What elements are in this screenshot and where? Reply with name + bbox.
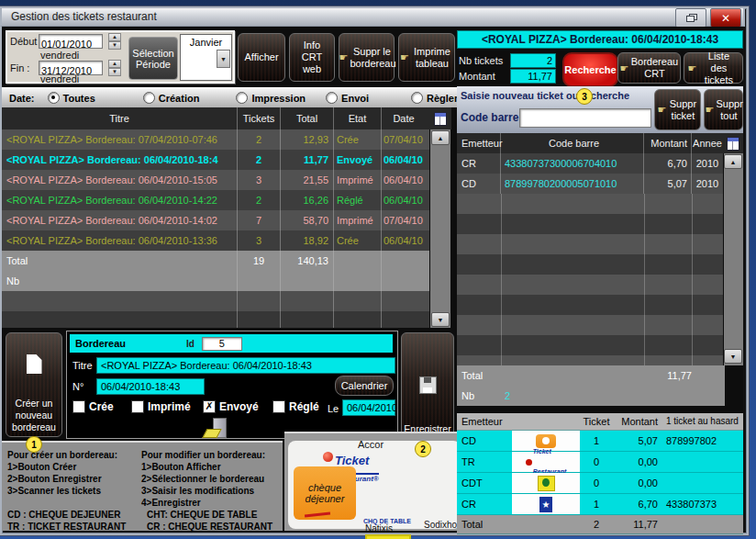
radio-icon[interactable] [326,92,338,104]
help-line: Pour modifier un bordereau: [141,449,265,461]
checkbox-regle[interactable]: Réglé [272,400,319,413]
scroll-up-button[interactable]: ▲ [724,154,742,169]
checkbox-imprime[interactable]: Imprimé [131,400,191,413]
selection-periode-button[interactable]: Sélection Période [128,37,178,80]
imprime-tableau-button[interactable]: ☛Imprime tableau [398,33,455,82]
summary-total-row: Total 2 11,77 [457,515,743,534]
code-barre-input[interactable] [519,108,651,128]
up-arrow-icon[interactable]: ▲ [108,60,121,68]
table-row[interactable]: <ROYAL PIZZA> Bordereau: 06/04/2010-14:2… [2,190,429,210]
nb-tickets-label: Nb tickets [459,55,503,66]
table-row-selected[interactable]: <ROYAL PIZZA> Bordereau: 06/04/2010-18:4… [2,150,429,170]
enregistrer-button[interactable]: Enregistrer [401,332,454,439]
checkbox-icon[interactable] [72,400,85,413]
new-document-icon [27,354,42,374]
summary-row-cd[interactable]: CD 1 5,07 878997802 [457,431,743,452]
radio-icon[interactable] [143,92,155,104]
summary-row-tr[interactable]: TR TicketRestaurant 0 0,00 [457,452,743,473]
checkbox-cree[interactable]: Crée [72,400,114,413]
radio-icon[interactable] [236,92,248,104]
down-arrow-icon[interactable]: ▼ [108,68,121,76]
tickets-nb-row: Nb 2 [457,386,725,406]
checkbox-icon[interactable] [131,400,144,413]
screen: Gestion des tickets restaurant ✕ Début ▲… [0,0,756,539]
scroll-down-button[interactable]: ▼ [431,312,450,327]
restore-window-button[interactable] [675,8,706,28]
titre-field[interactable]: <ROYAL PIZZA> Bordereau: 06/04/2010-18:4… [96,357,395,374]
code-barre-label: Code barre [461,111,518,124]
debut-label: Début [10,36,37,47]
natixis-label: Natixis [365,523,393,533]
form-header-strip: Bordereau Id [70,334,393,353]
debut-date-stepper[interactable]: ▲▼ [108,33,121,49]
info-crt-web-button[interactable]: Info CRT web [289,33,335,82]
hand-icon: ☛ [658,104,667,116]
help-code-line: CHT: CHEQUE DE TABLE [147,509,257,521]
filter-option-envoi[interactable]: Envoi [326,92,369,104]
checkbox-envoye[interactable]: ✗Envoyé [203,400,259,413]
hand-icon: ☛ [688,62,697,74]
cheque-restaurant-mini-logo: ★ [539,497,552,512]
accor-label: Accor [358,439,384,450]
fin-date-stepper[interactable]: ▲▼ [108,60,121,75]
period-panel: Début ▲▼ vendredi Fin : ▲▼ vendredi Séle… [6,30,235,84]
sodixho-label: Sodixho [424,520,457,530]
montant-value: 11,77 [510,69,556,84]
total-row: Total19140,13 [2,251,429,271]
help-line: 2>Bouton Enregistrer [7,473,102,485]
summary-row-cr[interactable]: CR ★ 1 6,70 433807373 [457,494,743,515]
summary-row-cdt[interactable]: CDT 0 0,00 [457,473,743,494]
bordereaux-scrollbar[interactable] [430,129,450,328]
le-date-field[interactable]: 06/04/2010 [342,399,395,416]
bordereau-crt-button[interactable]: ☛Bordereau CRT [617,52,681,84]
step-badge-2: 2 [415,441,431,457]
table-row[interactable]: CD 87899780200005071010 5,07 2010 [457,174,723,194]
liste-tickets-button[interactable]: ☛Liste des tickets [684,52,743,84]
table-row[interactable]: <ROYAL PIZZA> Bordereau: 06/04/2010-15:0… [2,170,429,190]
tickets-header-row: Emetteur Code barre Montant Annee [457,133,723,153]
help-line: 2>Sélectionner le bordereau [141,473,264,485]
filter-option-toutes[interactable]: Toutes [48,92,95,104]
scroll-down-button[interactable]: ▼ [724,349,742,364]
debut-date-input[interactable] [39,34,103,49]
help-line: 3>Scanner les tickets [7,485,101,497]
nb-row: Nb [2,271,429,291]
recherche-button[interactable]: Recherche [562,52,618,87]
radio-icon[interactable] [48,92,60,104]
month-selected: Janvier [181,37,231,48]
table-corner [429,107,451,129]
table-row[interactable]: CR 43380737300006704010 6,70 2010 [457,153,723,174]
table-row[interactable]: <ROYAL PIZZA> Bordereau: 07/04/2010-07:4… [2,129,429,150]
table-row[interactable]: <ROYAL PIZZA> Bordereau: 06/04/2010-13:3… [2,230,429,251]
filter-option-impression[interactable]: Impression [236,92,306,104]
calendrier-button[interactable]: Calendrier [335,376,394,396]
up-arrow-icon[interactable]: ▲ [108,33,121,41]
id-input[interactable] [202,337,242,351]
close-window-button[interactable]: ✕ [710,8,741,28]
month-combobox[interactable]: Janvier ▼ [180,34,232,81]
numero-field[interactable]: 06/04/2010-18:43 [96,378,205,395]
suppr-tout-button[interactable]: ☛Suppr tout [704,89,743,130]
help-code-line: TR : TICKET RESTAURANT [7,521,126,533]
filter-option-creation[interactable]: Création [143,92,200,104]
step-badge-3: 3 [576,88,593,105]
cheque-dejeuner-logo: chèque déjeuner [294,466,356,520]
window-title: Gestion des tickets restaurant [11,10,157,23]
checkbox-checked-icon[interactable]: ✗ [203,400,216,413]
chevron-down-icon: ▼ [220,56,227,62]
table-row[interactable]: <ROYAL PIZZA> Bordereau: 06/04/2010-14:0… [2,210,429,230]
combo-dropdown-button[interactable]: ▼ [217,50,230,68]
radio-icon[interactable] [411,92,423,104]
suppr-bordereau-button[interactable]: ☛Suppr le bordereau [339,33,395,82]
bordereau-form: Bordereau Id Titre <ROYAL PIZZA> Bordere… [66,331,398,439]
afficher-button[interactable]: Afficher [238,33,285,82]
tickets-table: Emetteur Code barre Montant Annee CR 433… [457,133,723,365]
down-arrow-icon[interactable]: ▼ [108,41,121,50]
checkbox-icon[interactable] [272,400,285,413]
scroll-up-button[interactable]: ▲ [431,130,450,145]
nb-tickets-value: 2 [510,53,556,68]
suppr-ticket-button[interactable]: ☛Suppr ticket [654,89,701,130]
creer-bordereau-button[interactable]: Créer un nouveau bordereau [6,332,62,437]
tickets-scrollbar[interactable] [724,153,743,365]
save-floppy-icon [419,376,437,394]
